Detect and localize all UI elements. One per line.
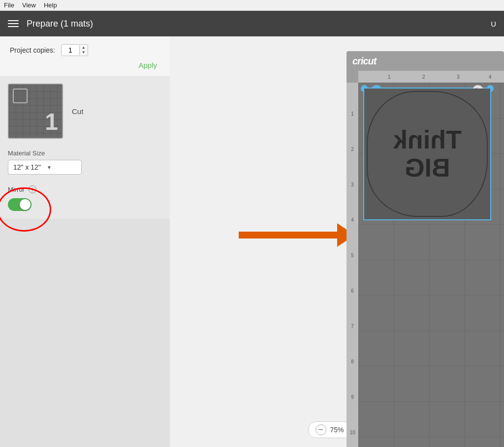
left-ruler: 1 2 3 4 5 6 7 8 9 10: [346, 83, 358, 447]
menu-help[interactable]: Help: [44, 1, 57, 9]
orange-arrow: [239, 223, 355, 247]
menu-view[interactable]: View: [22, 1, 36, 9]
ruler-tick-1: 1: [388, 71, 391, 83]
mat-section: 1 Cut: [0, 77, 170, 145]
mat-grid-area: 1 2 3 4 5 6 7 8 9 10 ··· ↻: [346, 83, 504, 447]
design-text-mirrored: Think BIG: [393, 126, 462, 182]
arrow-body: [239, 232, 337, 238]
copies-spinner[interactable]: 1 ▲ ▼: [61, 44, 88, 56]
ruler-num-5: 5: [346, 253, 358, 258]
design-text-line1: Think: [393, 126, 462, 154]
ruler-num-9: 9: [346, 394, 358, 400]
mirror-info-icon[interactable]: i: [29, 185, 36, 193]
ruler-num-6: 6: [346, 288, 358, 294]
mirror-section: Mirror i: [0, 179, 170, 219]
zoom-level: 75%: [330, 426, 344, 434]
mat-number: 1: [45, 110, 58, 134]
mirror-toggle-area: [8, 198, 32, 211]
zoom-out-button[interactable]: −: [315, 424, 326, 435]
ruler-num-4: 4: [346, 217, 358, 223]
spinner-buttons[interactable]: ▲ ▼: [79, 45, 88, 55]
material-size-value: 12" x 12": [13, 163, 43, 171]
ruler-num-1: 1: [346, 111, 358, 117]
ruler-tick-4: 4: [489, 71, 492, 83]
material-size-select[interactable]: 12" x 12" ▼: [8, 160, 82, 175]
mat-action-label: Cut: [72, 107, 83, 116]
menubar: File View Help: [0, 0, 504, 11]
app-header: Prepare (1 mats) U: [0, 11, 504, 36]
copies-input[interactable]: 1: [62, 45, 79, 56]
mat-grid-surface[interactable]: ··· ↻ Think BIG: [358, 83, 504, 447]
copies-label: Project copies:: [10, 46, 55, 54]
copies-decrement[interactable]: ▼: [80, 50, 88, 55]
design-element[interactable]: ··· ↻ Think BIG: [363, 88, 491, 220]
mat-thumbnail: 1: [8, 84, 63, 139]
menu-file[interactable]: File: [4, 1, 14, 9]
toggle-thumb: [20, 199, 31, 210]
mirror-label: Mirror: [8, 186, 25, 193]
ruler-corner: [346, 71, 358, 83]
user-button[interactable]: U: [491, 20, 496, 28]
ruler-num-3: 3: [346, 182, 358, 187]
ruler-tick-2: 2: [422, 71, 425, 83]
mirror-toggle[interactable]: [8, 198, 32, 211]
apply-button[interactable]: Apply: [135, 60, 160, 70]
copies-increment[interactable]: ▲: [80, 45, 88, 50]
ruler-num-2: 2: [346, 147, 358, 152]
page-title: Prepare (1 mats): [27, 19, 93, 29]
ruler-tick-3: 3: [457, 71, 460, 83]
material-size-label: Material Size: [8, 149, 162, 157]
hamburger-menu[interactable]: [8, 20, 19, 27]
design-text-line2: BIG: [393, 154, 462, 182]
top-ruler: 1 2 3 4: [358, 71, 504, 83]
content-area: − 75% + cricut 1 2 3 4 1 2 3 4 5: [170, 36, 504, 447]
main-layout: Project copies: 1 ▲ ▼ Apply 1: [0, 36, 504, 447]
ruler-num-7: 7: [346, 324, 358, 329]
chevron-down-icon: ▼: [47, 165, 76, 170]
toggle-track[interactable]: [8, 198, 32, 211]
copies-section: Project copies: 1 ▲ ▼ Apply: [0, 36, 170, 77]
ruler-num-8: 8: [346, 359, 358, 364]
sidebar: Project copies: 1 ▲ ▼ Apply 1: [0, 36, 170, 447]
cricut-logo: cricut: [352, 56, 376, 67]
ruler-num-10: 10: [346, 430, 358, 435]
ruler-row: 1 2 3 4: [346, 71, 504, 83]
sidebar-bottom: [0, 219, 170, 447]
cricut-brand-bar: cricut: [346, 51, 504, 71]
material-section: Material Size 12" x 12" ▼: [0, 145, 170, 179]
design-inner: Think BIG: [364, 89, 490, 219]
